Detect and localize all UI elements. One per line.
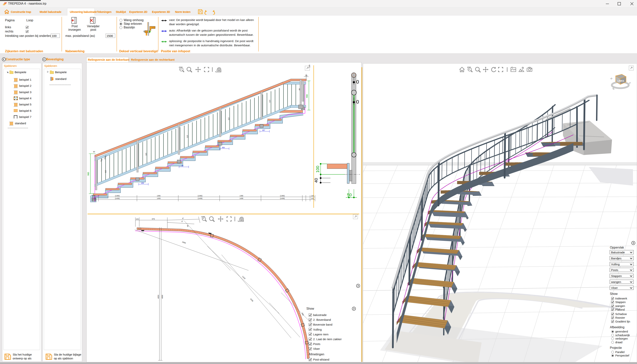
svg-text:960: 960 xyxy=(87,172,89,176)
svg-text:100: 100 xyxy=(92,195,95,197)
svg-text:(1365): (1365) xyxy=(115,195,120,197)
svg-text:1408: 1408 xyxy=(157,198,161,200)
svg-text:8°: 8° xyxy=(182,218,184,219)
svg-text:113: 113 xyxy=(145,153,147,156)
svg-text:50: 50 xyxy=(305,74,307,76)
svg-text:120: 120 xyxy=(100,159,103,162)
svg-text:beispiel 5: beispiel 5 xyxy=(19,103,31,106)
svg-text:90: 90 xyxy=(186,225,189,227)
svg-text:121: 121 xyxy=(136,218,139,220)
svg-text:1365: 1365 xyxy=(157,195,161,197)
svg-text:120: 120 xyxy=(309,65,310,68)
svg-text:457: 457 xyxy=(262,129,265,131)
svg-text:40: 40 xyxy=(314,178,318,183)
svg-text:LINKS: LINKS xyxy=(617,80,624,82)
svg-text:1365: 1365 xyxy=(240,195,243,197)
svg-text:(1365): (1365) xyxy=(280,195,285,197)
svg-text:(1408): (1408) xyxy=(198,198,202,200)
svg-text:60: 60 xyxy=(299,88,300,90)
svg-text:beispiel 2: beispiel 2 xyxy=(19,84,31,88)
svg-text:6°: 6° xyxy=(181,220,183,222)
svg-text:standard: standard xyxy=(15,122,26,125)
svg-text:50: 50 xyxy=(347,192,352,197)
svg-text:---------------------: --------------------- xyxy=(49,83,71,86)
svg-text:121: 121 xyxy=(93,198,96,200)
svg-text:169: 169 xyxy=(141,182,144,184)
svg-text:112: 112 xyxy=(105,170,107,173)
svg-text:0: 0 xyxy=(356,79,359,85)
svg-text:141: 141 xyxy=(311,198,314,200)
svg-text:(1408): (1408) xyxy=(280,198,285,200)
svg-text:100: 100 xyxy=(315,166,320,173)
svg-text:beispiel 1: beispiel 1 xyxy=(19,78,31,81)
svg-text:--------------------: -------------------- xyxy=(8,126,28,129)
svg-text:beispiel 6: beispiel 6 xyxy=(19,109,31,112)
svg-text:2900: 2900 xyxy=(182,241,186,244)
svg-text:879: 879 xyxy=(152,218,155,220)
svg-text:113: 113 xyxy=(269,100,271,102)
svg-text:113: 113 xyxy=(186,135,188,138)
svg-text:900: 900 xyxy=(306,94,308,98)
svg-text:79: 79 xyxy=(181,165,183,167)
svg-text:4059: 4059 xyxy=(157,295,159,299)
svg-text:(1365): (1365) xyxy=(198,195,202,197)
svg-text:standard: standard xyxy=(55,77,66,80)
svg-text:120: 120 xyxy=(311,195,314,197)
svg-text:4009: 4009 xyxy=(161,295,163,299)
svg-text:1035: 1035 xyxy=(250,298,254,302)
svg-text:0: 0 xyxy=(356,99,359,105)
svg-text:(1408): (1408) xyxy=(115,198,120,200)
svg-text:beispiel 7: beispiel 7 xyxy=(19,115,31,118)
svg-text:beispiel 4: beispiel 4 xyxy=(19,96,31,100)
svg-text:beispiel 3: beispiel 3 xyxy=(19,90,31,94)
svg-text:Beispiele: Beispiele xyxy=(15,70,26,74)
svg-text:459: 459 xyxy=(222,146,225,148)
svg-text:Beispiele: Beispiele xyxy=(55,70,67,74)
svg-text:50: 50 xyxy=(93,151,95,153)
svg-text:1408: 1408 xyxy=(240,198,243,200)
svg-text:112: 112 xyxy=(228,117,230,120)
